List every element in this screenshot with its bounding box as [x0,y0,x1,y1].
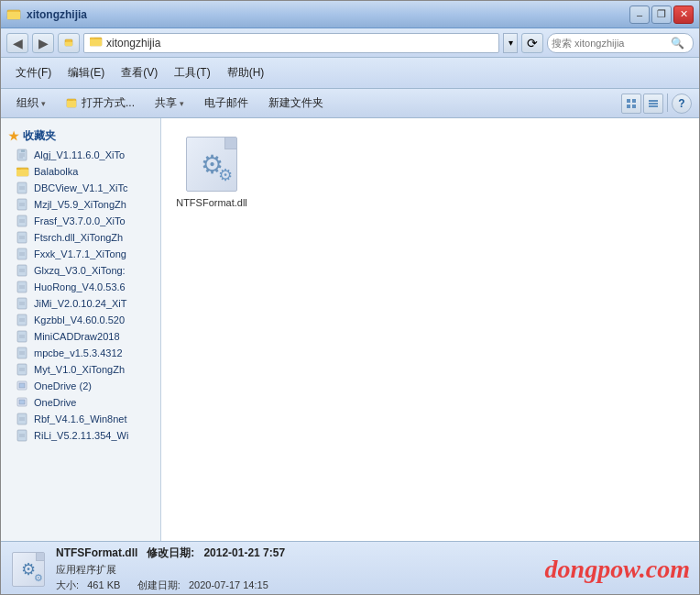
sidebar: ★ 收藏夹 Algj_V1.11.6.0_XiTo Balabolka [1,118,161,541]
help-button[interactable]: ? [672,94,692,114]
breadcrumb-folder-icon [90,36,103,50]
address-dropdown[interactable]: ▾ [503,33,518,53]
zip-icon [16,281,30,293]
share-arrow: ▾ [180,99,184,108]
list-item[interactable]: DBCView_V1.1_XiTc [1,180,160,196]
menu-tools[interactable]: 工具(T) [167,62,217,83]
window-controls: – ❐ ✕ [629,6,694,24]
list-item[interactable]: Kgzbbl_V4.60.0.520 [1,312,160,328]
svg-rect-28 [17,199,27,210]
minimize-button[interactable]: – [629,6,650,24]
list-item[interactable]: JiMi_V2.0.10.24_XiT [1,295,160,312]
sidebar-item-label: Fxxk_V1.7.1_XiTong [34,248,126,259]
svg-rect-14 [649,100,658,102]
svg-rect-55 [17,347,27,358]
list-item[interactable]: Ftsrch.dll_XiTongZh [1,229,160,246]
menu-view[interactable]: 查看(V) [114,62,165,83]
up-button[interactable] [58,33,80,53]
breadcrumb-text: xitongzhijia [106,37,160,50]
email-button[interactable]: 电子邮件 [196,92,257,115]
list-item[interactable]: RiLi_V5.2.11.354_Wi [1,427,160,444]
list-item[interactable]: HuoRong_V4.0.53.6 [1,279,160,295]
file-item-ntfsformat[interactable]: ⚙ ⚙ NTFSFormat.dll [170,127,253,215]
details-view-button[interactable] [643,94,663,114]
sidebar-item-label: HuoRong_V4.0.53.6 [34,281,126,292]
svg-rect-64 [19,400,25,404]
favorites-header[interactable]: ★ 收藏夹 [1,126,160,147]
title-bar-left: xitongzhijia [6,7,87,22]
menu-help[interactable]: 帮助(H) [220,62,272,83]
sidebar-item-label: Frasf_V3.7.0.0_XiTo [34,215,126,226]
svg-rect-10 [627,99,630,103]
organize-arrow: ▾ [41,99,46,108]
status-dll-icon: ⚙ ⚙ [12,552,45,587]
share-button[interactable]: 共享 ▾ [147,92,192,115]
onedrive-icon [16,396,30,409]
close-button[interactable]: ✕ [673,6,694,24]
window-title: xitongzhijia [27,8,87,21]
zip-icon [16,231,30,244]
new-folder-button[interactable]: 新建文件夹 [260,92,332,115]
watermark: dongpow.com [545,555,690,584]
folder-icon [16,165,30,178]
search-input[interactable] [552,38,671,49]
list-item[interactable]: Glxzq_V3.0_XiTong: [1,262,160,279]
list-item[interactable]: MiniCADDraw2018 [1,328,160,345]
list-item[interactable]: Frasf_V3.7.0.0_XiTo [1,213,160,229]
svg-rect-52 [17,331,27,342]
favorites-label: 收藏夹 [23,128,56,144]
menu-edit[interactable]: 编辑(E) [60,62,112,83]
svg-rect-18 [21,149,25,152]
view-toggle-button[interactable] [621,94,641,114]
zip-icon [16,413,30,425]
status-info: NTFSFormat.dll 修改日期: 2012-01-21 7:57 应用程… [56,545,285,592]
organize-label: 组织 [16,95,38,111]
file-area: ⚙ ⚙ NTFSFormat.dll [161,118,699,541]
forward-button[interactable]: ▶ [32,33,54,53]
list-item[interactable]: Rbf_V4.1.6_Win8net [1,411,160,427]
zip-icon [16,215,30,227]
list-item[interactable]: mpcbe_v1.5.3.4312 [1,345,160,361]
search-icon: 🔍 [671,37,684,50]
view-controls: ? [621,94,692,114]
list-item[interactable]: Mzjl_V5.9_XiTongZh [1,196,160,213]
details-icon [648,98,659,109]
svg-rect-11 [632,99,636,103]
sidebar-item-label: Kgzbbl_V4.60.0.520 [34,314,125,325]
list-item[interactable]: Balabolka [1,163,160,180]
list-item[interactable]: OneDrive [1,394,160,411]
back-button[interactable]: ◀ [6,33,28,53]
list-item[interactable]: Algj_V1.11.6.0_XiTo [1,147,160,163]
sidebar-item-label: Algj_V1.11.6.0_XiTo [34,149,125,160]
zip-icon [16,297,30,310]
sidebar-item-label: Myt_V1.0_XiTongZh [34,364,125,375]
gear-small-icon: ⚙ [218,165,233,185]
restore-button[interactable]: ❐ [651,6,672,24]
breadcrumb-bar[interactable]: xitongzhijia [83,33,499,53]
refresh-button[interactable]: ⟳ [521,33,543,53]
open-label: 打开方式... [82,95,135,111]
svg-rect-13 [632,105,636,108]
menu-file[interactable]: 文件(F) [8,62,59,83]
svg-rect-24 [16,168,21,170]
list-item[interactable]: OneDrive (2) [1,378,160,394]
list-item[interactable]: Fxxk_V1.7.1_XiTong [1,246,160,262]
sidebar-item-label: OneDrive [34,397,76,408]
svg-rect-31 [17,215,27,226]
window-icon [6,7,21,22]
file-name-label: NTFSFormat.dll [176,197,247,208]
organize-button[interactable]: 组织 ▾ [8,92,54,115]
svg-rect-46 [17,298,27,309]
list-item[interactable]: Myt_V1.0_XiTongZh [1,361,160,378]
secondary-toolbar: 组织 ▾ 打开方式... 共享 ▾ 电子邮件 新建文件夹 [1,89,699,118]
zip-icon [16,149,30,161]
svg-rect-25 [17,182,27,193]
menu-bar: 文件(F) 编辑(E) 查看(V) 工具(T) 帮助(H) [1,58,699,89]
sidebar-item-label: Rbf_V4.1.6_Win8net [34,413,127,424]
star-icon: ★ [8,129,19,143]
zip-icon [16,363,30,376]
zip-icon [16,314,30,326]
open-with-button[interactable]: 打开方式... [58,92,143,115]
svg-rect-16 [649,105,658,107]
search-bar[interactable]: 🔍 [547,33,694,53]
